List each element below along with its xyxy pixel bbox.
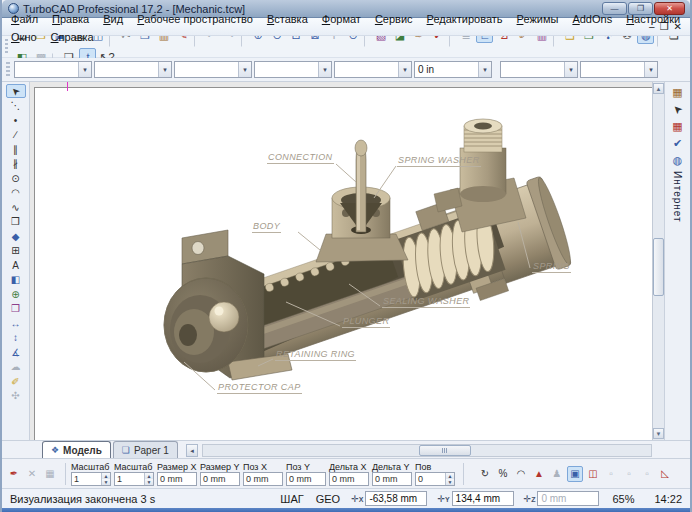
field-input[interactable]: 1▲▼ — [114, 472, 154, 486]
field-input[interactable]: 0 mm▲▼ — [286, 472, 326, 486]
internet-palette-tab[interactable]: Интернет — [672, 171, 683, 223]
sheet-tab[interactable]: ❏Paper 1 — [113, 441, 178, 458]
rotate-icon[interactable]: ↻ — [477, 466, 493, 482]
chevron-down-icon[interactable]: ▾ — [78, 62, 91, 77]
menu-item[interactable]: Справка — [44, 30, 101, 44]
drawing-canvas[interactable]: CONNECTION SPRING WASHER BODY SPRING SEA… — [30, 82, 652, 440]
text-tool-icon[interactable]: A — [6, 258, 26, 272]
menu-item[interactable]: Режимы — [510, 12, 566, 26]
mirror-icon[interactable]: ▫ — [639, 466, 655, 482]
chevron-down-icon[interactable]: ▾ — [238, 62, 251, 77]
menu-item[interactable]: Окно — [4, 30, 44, 44]
workplane-tool-icon[interactable]: ⊞ — [6, 244, 26, 258]
geo-mode-toggle[interactable]: GEO — [316, 493, 340, 505]
copy-tool-icon[interactable]: ❐ — [6, 302, 26, 316]
toolbar-combo[interactable]: ▾ — [174, 61, 252, 78]
menu-item[interactable]: Вставка — [260, 12, 315, 26]
spinner[interactable]: ▲▼ — [144, 473, 153, 485]
spinner[interactable]: ▲▼ — [101, 473, 110, 485]
field-input[interactable]: 0▲▼ — [415, 472, 455, 486]
toolbar-combo[interactable]: ▾ — [94, 61, 172, 78]
palette-icon[interactable]: ▦ — [668, 84, 688, 100]
toolbar-combo[interactable]: ▾ — [254, 61, 332, 78]
scroll-down-arrow-icon[interactable]: ▼ — [653, 428, 664, 439]
horizontal-scrollbar-thumb[interactable] — [419, 445, 471, 456]
menu-item[interactable]: Вид — [96, 12, 130, 26]
settings-tool-icon[interactable]: ✣ — [6, 389, 26, 403]
sheet-tab[interactable]: ❖Модель — [42, 441, 111, 458]
checkmark-icon[interactable]: ✔ — [668, 135, 688, 151]
field-input[interactable]: 0 mm▲▼ — [329, 472, 369, 486]
pen-marker-tool-icon[interactable]: ✐ — [6, 374, 26, 388]
menu-item[interactable]: Редактировать — [420, 12, 510, 26]
vertical-scrollbar-thumb[interactable] — [653, 238, 664, 296]
multiline-tool-icon[interactable]: ∦ — [6, 157, 26, 171]
polyline-tool-icon[interactable]: ∥ — [6, 142, 26, 156]
vertical-scrollbar[interactable]: ▲ ▼ — [652, 82, 664, 440]
line-tool-icon[interactable]: ∕ — [6, 128, 26, 142]
grid-icon[interactable]: ▦ — [668, 118, 688, 134]
web-tool-icon[interactable]: ⊕ — [6, 287, 26, 301]
warning-icon[interactable]: ▲ — [531, 466, 547, 482]
solid-tool-icon[interactable]: ◆ — [6, 229, 26, 243]
point-tool-icon[interactable]: • — [6, 113, 26, 127]
coordinate-input[interactable]: 134,4 mm — [452, 491, 514, 506]
horizontal-scrollbar[interactable] — [202, 444, 652, 457]
box-tool-icon[interactable]: ❒ — [6, 215, 26, 229]
step-mode-toggle[interactable]: ШАГ — [280, 493, 303, 505]
coordinate-input[interactable]: -63,58 mm — [365, 491, 427, 506]
chevron-down-icon[interactable]: ▾ — [644, 62, 657, 77]
circle-tool-icon[interactable]: ⊙ — [6, 171, 26, 185]
menu-item[interactable]: Правка — [45, 12, 96, 26]
blob-tool-icon[interactable]: ☁ — [6, 360, 26, 374]
array-icon[interactable]: ▫ — [621, 466, 637, 482]
percent-icon[interactable]: % — [495, 466, 511, 482]
chevron-down-icon[interactable]: ▾ — [478, 62, 491, 77]
coordinate-input[interactable]: 0 mm — [537, 491, 599, 506]
mdi-restore-button[interactable]: ❐ — [660, 19, 669, 35]
toolbar-combo[interactable]: 0 in▾ — [414, 61, 492, 78]
shear-icon[interactable]: ◺ — [657, 466, 673, 482]
mdi-close-button[interactable]: ✕ — [674, 19, 682, 35]
field-input[interactable]: 0 mm▲▼ — [200, 472, 240, 486]
menu-item[interactable]: Файл — [4, 12, 45, 26]
no-draw-icon[interactable]: ✒ — [6, 466, 22, 482]
chevron-down-icon[interactable]: ▾ — [158, 62, 171, 77]
menu-item[interactable]: Рабочее пространство — [130, 12, 260, 26]
vertical-dimension-tool-icon[interactable]: ↕ — [6, 331, 26, 345]
menu-item[interactable]: AddOns — [565, 12, 619, 26]
field-input[interactable]: 0 mm▲▼ — [243, 472, 283, 486]
fill-tool-icon[interactable]: ◧ — [6, 273, 26, 287]
chevron-down-icon[interactable]: ▾ — [564, 62, 577, 77]
toolbar-combo[interactable]: ▾ — [580, 61, 658, 78]
arc-tool-icon[interactable]: ◠ — [6, 186, 26, 200]
field-input[interactable]: 0 mm▲▼ — [157, 472, 197, 486]
stretch-icon[interactable]: ▫ — [603, 466, 619, 482]
anchor-icon[interactable]: ♟ — [549, 466, 565, 482]
move-mode-icon[interactable]: ▣ — [567, 466, 583, 482]
chevron-down-icon[interactable]: ▾ — [318, 62, 331, 77]
menu-item[interactable]: Формат — [315, 12, 368, 26]
spline-tool-icon[interactable]: ∿ — [6, 200, 26, 214]
table-icon[interactable]: ▦ — [42, 466, 58, 482]
delete-icon[interactable]: ✕ — [24, 466, 40, 482]
angle-dimension-tool-icon[interactable]: ∡ — [6, 345, 26, 359]
toolbar-combo[interactable]: ▾ — [14, 61, 92, 78]
chevron-down-icon[interactable]: ▾ — [398, 62, 411, 77]
arc-edit-icon[interactable]: ◠ — [513, 466, 529, 482]
toolbar-drag-handle[interactable] — [6, 62, 10, 78]
internet-globe-icon[interactable]: ◍ — [668, 152, 688, 168]
field-input[interactable]: 0 mm▲▼ — [372, 472, 412, 486]
spinner[interactable]: ▲▼ — [445, 473, 454, 485]
mdi-minimize-button[interactable]: – — [649, 19, 655, 35]
select-tool-icon[interactable]: ➤ — [6, 84, 26, 98]
scale-mode-icon[interactable]: ◫ — [585, 466, 601, 482]
pointer-icon[interactable]: ➤ — [668, 101, 688, 117]
toolbar-combo[interactable]: ▾ — [500, 61, 578, 78]
zoom-level[interactable]: 65% — [612, 493, 634, 505]
snap-tool-icon[interactable]: ⋱ — [6, 99, 26, 113]
field-input[interactable]: 1▲▼ — [71, 472, 111, 486]
toolbar-combo[interactable]: ▾ — [334, 61, 412, 78]
tab-scroll-left-icon[interactable]: ◂ — [186, 444, 198, 457]
menu-item[interactable]: Сервис — [368, 12, 420, 26]
